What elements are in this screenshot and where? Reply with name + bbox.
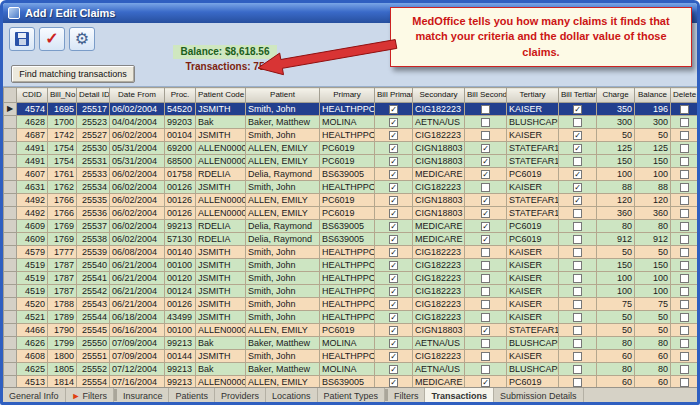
table-row[interactable]: 463117622553406/02/200400126JSMITHSmith,…: [4, 181, 698, 194]
cell-secondary[interactable]: CIG182223: [413, 103, 465, 116]
cell-detail-id[interactable]: 25537: [77, 220, 110, 233]
bill-tertiary-checkbox[interactable]: [573, 209, 582, 218]
cell-date-from[interactable]: 06/16/2004: [110, 324, 165, 337]
delete-checkbox[interactable]: [680, 131, 689, 140]
cell-bill-secondary[interactable]: [465, 246, 507, 259]
bill-primary-checkbox[interactable]: [389, 300, 398, 309]
cell-charge[interactable]: 912: [597, 233, 635, 246]
cell-cdid[interactable]: 4579: [17, 246, 48, 259]
tab-providers[interactable]: Providers: [215, 388, 266, 402]
cell-charge[interactable]: 50: [597, 311, 635, 324]
delete-checkbox[interactable]: [680, 183, 689, 192]
cell-date-from[interactable]: 06/18/2004: [110, 311, 165, 324]
cell-date-from[interactable]: 04/04/2004: [110, 116, 165, 129]
cell-bill-primary[interactable]: [375, 103, 413, 116]
cell-balance[interactable]: 50: [635, 311, 671, 324]
cell-primary[interactable]: MOLINA: [320, 116, 375, 129]
delete-checkbox[interactable]: [680, 261, 689, 270]
cell-bill-no[interactable]: 1814: [48, 376, 77, 388]
bill-tertiary-checkbox[interactable]: [573, 274, 582, 283]
cell-secondary[interactable]: CIG182223: [413, 311, 465, 324]
cell-bill-primary[interactable]: [375, 129, 413, 142]
save-button[interactable]: [9, 27, 35, 51]
cell-bill-tertiary[interactable]: [559, 142, 597, 155]
cell-charge[interactable]: 150: [597, 155, 635, 168]
cell-bill-no[interactable]: 1777: [48, 246, 77, 259]
row-selector[interactable]: [4, 181, 17, 194]
cell-tertiary[interactable]: KAISER: [507, 259, 559, 272]
cell-detail-id[interactable]: 25550: [77, 337, 110, 350]
cell-proc[interactable]: 99213: [165, 337, 196, 350]
bill-primary-checkbox[interactable]: [389, 287, 398, 296]
cell-primary[interactable]: MOLINA: [320, 337, 375, 350]
bill-secondary-checkbox[interactable]: [481, 196, 490, 205]
cell-proc[interactable]: 00140: [165, 246, 196, 259]
cell-charge[interactable]: 100: [597, 168, 635, 181]
cell-bill-tertiary[interactable]: [559, 155, 597, 168]
cell-patient-code[interactable]: RDELIA: [196, 220, 246, 233]
cell-secondary[interactable]: CIGN18803: [413, 194, 465, 207]
cell-date-from[interactable]: 06/08/2004: [110, 246, 165, 259]
cell-charge[interactable]: 120: [597, 194, 635, 207]
cell-date-from[interactable]: 06/02/2004: [110, 168, 165, 181]
cell-date-from[interactable]: 06/21/2004: [110, 285, 165, 298]
row-selector[interactable]: [4, 129, 17, 142]
cell-delete[interactable]: [671, 103, 698, 116]
cell-delete[interactable]: [671, 116, 698, 129]
cell-balance[interactable]: 150: [635, 155, 671, 168]
cell-bill-primary[interactable]: [375, 363, 413, 376]
cell-date-from[interactable]: 06/02/2004: [110, 103, 165, 116]
cell-bill-secondary[interactable]: [465, 194, 507, 207]
cell-date-from[interactable]: 05/31/2004: [110, 155, 165, 168]
row-selector[interactable]: [4, 298, 17, 311]
table-row[interactable]: 451318142555407/16/200499213ALLEN0000ALL…: [4, 376, 698, 388]
cell-bill-tertiary[interactable]: [559, 363, 597, 376]
cell-secondary[interactable]: CIG182223: [413, 129, 465, 142]
row-selector[interactable]: [4, 259, 17, 272]
cell-primary[interactable]: HEALTHPPO: [320, 129, 375, 142]
cell-bill-no[interactable]: 1787: [48, 285, 77, 298]
cell-bill-secondary[interactable]: [465, 376, 507, 388]
cell-tertiary[interactable]: STATEFAR1: [507, 142, 559, 155]
column-header-bill-tertiary[interactable]: Bill Tertiary: [559, 88, 597, 103]
cell-secondary[interactable]: AETNA/US: [413, 116, 465, 129]
cell-tertiary[interactable]: PC6019: [507, 233, 559, 246]
cell-charge[interactable]: 300: [597, 116, 635, 129]
bill-secondary-checkbox[interactable]: [481, 118, 490, 127]
find-matching-transactions-button[interactable]: Find matching transactions: [11, 65, 135, 83]
cell-date-from[interactable]: 05/31/2004: [110, 142, 165, 155]
cell-charge[interactable]: 50: [597, 129, 635, 142]
column-header-patient[interactable]: Patient: [246, 88, 320, 103]
delete-checkbox[interactable]: [680, 248, 689, 257]
cell-detail-id[interactable]: 25539: [77, 246, 110, 259]
table-row[interactable]: 462518052555207/12/200499213BakBaker, Ma…: [4, 363, 698, 376]
cell-tertiary[interactable]: KAISER: [507, 103, 559, 116]
table-row[interactable]: 460818002555107/09/200400144JSMITHSmith,…: [4, 350, 698, 363]
cell-cdid[interactable]: 4628: [17, 116, 48, 129]
cell-patient-code[interactable]: JSMITH: [196, 103, 246, 116]
cell-bill-secondary[interactable]: [465, 129, 507, 142]
cell-primary[interactable]: PC6019: [320, 194, 375, 207]
cell-patient[interactable]: Delia, Raymond: [246, 168, 320, 181]
cell-tertiary[interactable]: BLUSHCAPL: [507, 363, 559, 376]
bill-tertiary-checkbox[interactable]: [573, 144, 582, 153]
bill-tertiary-checkbox[interactable]: [573, 235, 582, 244]
cell-primary[interactable]: BS639005: [320, 168, 375, 181]
delete-checkbox[interactable]: [680, 326, 689, 335]
cell-detail-id[interactable]: 25538: [77, 233, 110, 246]
delete-checkbox[interactable]: [680, 313, 689, 322]
delete-checkbox[interactable]: [680, 157, 689, 166]
cell-detail-id[interactable]: 25552: [77, 363, 110, 376]
cell-cdid[interactable]: 4625: [17, 363, 48, 376]
cell-detail-id[interactable]: 25531: [77, 155, 110, 168]
cell-bill-primary[interactable]: [375, 220, 413, 233]
cell-bill-no[interactable]: 1761: [48, 168, 77, 181]
delete-checkbox[interactable]: [680, 378, 689, 387]
bill-primary-checkbox[interactable]: [389, 274, 398, 283]
cell-detail-id[interactable]: 25523: [77, 116, 110, 129]
bill-secondary-checkbox[interactable]: [481, 144, 490, 153]
cell-balance[interactable]: 100: [635, 272, 671, 285]
cell-bill-tertiary[interactable]: [559, 376, 597, 388]
cell-secondary[interactable]: CIG182223: [413, 259, 465, 272]
bill-tertiary-checkbox[interactable]: [573, 378, 582, 387]
